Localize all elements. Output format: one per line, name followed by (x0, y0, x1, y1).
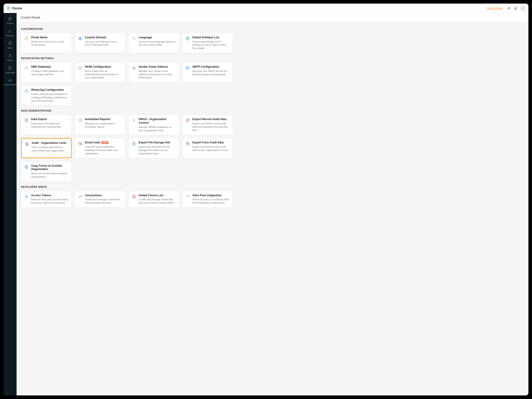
approvals-icon (8, 66, 12, 70)
card-body: HIPAA - Organization ControlManage HIPAA… (139, 118, 176, 132)
svg-rect-10 (79, 67, 82, 69)
sidebar-item-label: Forms (7, 22, 13, 24)
card-title-row: Export Form Audit Data (192, 141, 230, 144)
app-title: Forms (12, 6, 22, 10)
card-body: Global Choice ListCreate and manage choi… (139, 194, 176, 205)
card-body: Email AuditNEWTrack the email notificati… (85, 141, 122, 155)
card-export-form-audit[interactable]: Export Form Audit DataExport and downloa… (182, 138, 233, 158)
reports-icon (8, 29, 12, 33)
card-desc: Send and receive forms between organizat… (31, 172, 69, 179)
card-title-row: Access Tokens (31, 194, 69, 197)
card-scheduled-reports[interactable]: Scheduled ReportsManage your organizatio… (75, 115, 125, 135)
card-body: Audit - Organization LevelTrack activiti… (32, 141, 68, 154)
card-title: Connections (85, 194, 102, 197)
card-global-holidays[interactable]: 31Global Holidays ListCreate and manage … (182, 33, 233, 53)
card-desc: Export your forms' record audit data and… (192, 122, 230, 132)
sidebar-item-label: Approvals (5, 71, 15, 74)
card-language[interactable]: LanguageSet the Forms language based on … (128, 33, 179, 53)
card-title-row: Email AuditNEW (85, 141, 122, 144)
card-access-tokens[interactable]: Access TokensRemove third-party access t… (21, 191, 72, 207)
card-data-export[interactable]: Data ExportExport your form data and dow… (21, 115, 72, 135)
forms-logo-icon (6, 6, 11, 11)
card-body: Portal NameModify the name of your Zoho … (31, 36, 69, 50)
card-grid: Portal NameModify the name of your Zoho … (21, 33, 285, 53)
card-custom-domain[interactable]: Custom DomainUse your own domain in your… (75, 33, 125, 53)
card-hipaa[interactable]: HIPAA - Organization ControlManage HIPAA… (128, 115, 179, 135)
app-window: Forms Subscription Forms Reports Tasks (4, 4, 285, 213)
card-body: SMTP ConfigurationAdd your own SMTP serv… (192, 65, 230, 79)
export-record-audit-icon (185, 118, 190, 123)
svg-text:31: 31 (187, 38, 188, 40)
card-title-row: Custom Domain (85, 36, 122, 39)
sidebar-item-forms[interactable]: Forms (4, 14, 17, 27)
card-desc: Modify the name of your Zoho Forms porta… (31, 40, 69, 47)
card-title: Global Holidays List (192, 36, 219, 39)
card-body: Global Holidays ListCreate and manage li… (192, 36, 230, 50)
whatsapp-icon (24, 89, 29, 93)
card-title-row: Language (139, 36, 176, 39)
section-title: NOTIFICATION SETTINGS (21, 57, 285, 60)
connections-icon (78, 194, 83, 199)
card-dkim[interactable]: DKIM ConfigurationSend emails from an au… (75, 62, 125, 82)
card-title: SMTP Configuration (192, 65, 219, 69)
main: Control Panel CUSTOMIZATIONPortal NameMo… (17, 13, 285, 213)
svg-point-26 (25, 195, 27, 196)
card-export-file-storage[interactable]: Export File Storage InfoExport and downl… (128, 138, 179, 158)
card-copy-forms[interactable]: Copy Forms to Another OrganizationSend a… (21, 161, 72, 181)
card-audit-org[interactable]: Audit - Organization LevelTrack activiti… (21, 138, 72, 158)
card-body: Access TokensRemove third-party access t… (31, 194, 69, 205)
global-choice-list-icon (131, 194, 136, 199)
sidebar-item-users[interactable]: Users (4, 51, 17, 64)
card-desc: Create channels and templates to configu… (31, 92, 69, 103)
card-title-row: Audit - Organization Level (32, 141, 68, 145)
sms-gateways-icon (24, 65, 29, 70)
card-title: Scheduled Reports (85, 118, 110, 121)
card-desc: Remove third-party access tokens from yo… (31, 198, 69, 205)
sidebar-item-tasks[interactable]: Tasks (4, 39, 17, 51)
card-title-row: Zoho Flow Integration (192, 194, 230, 197)
card-desc: Track activities performed by Users with… (32, 146, 68, 152)
card-title-row: Export Record Audit Data (192, 118, 230, 121)
card-title-row: Copy Forms to Another Organization (31, 164, 69, 171)
card-body: Export Form Audit DataExport and downloa… (192, 141, 230, 155)
hipaa-icon (131, 118, 136, 123)
export-form-audit-icon (185, 141, 190, 146)
svg-rect-20 (79, 143, 82, 145)
card-title-row: SMTP Configuration (192, 65, 230, 69)
card-title: DKIM Configuration (85, 65, 111, 69)
card-body: Export File Storage InfoExport and downl… (139, 141, 176, 155)
card-zoho-flow[interactable]: Zoho Flow IntegrationAllow org users to … (182, 191, 233, 207)
logo: Forms (6, 6, 22, 11)
section-title: CUSTOMIZATION (21, 28, 285, 30)
svg-rect-25 (25, 165, 27, 168)
card-title: Email Audit (85, 141, 100, 144)
card-whatsapp[interactable]: WhatsApp ConfigurationCreate channels an… (21, 85, 72, 105)
card-title: Data Export (31, 118, 47, 121)
card-title: Portal Name (31, 36, 47, 39)
sidebar-item-approvals[interactable]: Approvals (4, 64, 17, 76)
control-panel-icon (8, 78, 12, 83)
sidebar-item-control-panel[interactable]: Control Panel (4, 76, 17, 88)
card-connections[interactable]: ConnectionsCreate and manage connections… (75, 191, 125, 207)
card-desc: Create and manage connections with third… (85, 198, 122, 205)
card-sms-gateways[interactable]: SMS GatewaysConfigure SMS gateways and v… (21, 62, 72, 82)
card-body: Zoho Flow IntegrationAllow org users to … (192, 194, 230, 205)
card-email-audit[interactable]: Email AuditNEWTrack the email notificati… (75, 138, 125, 158)
card-desc: Export and download the file storage inf… (139, 145, 176, 155)
card-body: Custom DomainUse your own domain in your… (85, 36, 122, 50)
card-title-row: Connections (85, 194, 122, 197)
card-portal-name[interactable]: Portal NameModify the name of your Zoho … (21, 33, 72, 53)
card-body: LanguageSet the Forms language based on … (139, 36, 176, 50)
card-sender-email[interactable]: Sender Email AddressManage your sender e… (128, 62, 179, 82)
sidebar-item-label: Users (7, 59, 13, 61)
smtp-icon (185, 65, 190, 70)
card-grid: Access TokensRemove third-party access t… (21, 191, 285, 207)
card-smtp[interactable]: SMTP ConfigurationAdd your own SMTP serv… (182, 62, 233, 82)
card-export-record-audit[interactable]: Export Record Audit DataExport your form… (182, 115, 233, 135)
card-desc: Track the email notification deliveries … (85, 145, 122, 155)
topbar: Forms Subscription (4, 4, 285, 13)
card-global-choice-list[interactable]: Global Choice ListCreate and manage choi… (128, 191, 179, 207)
sidebar-item-reports[interactable]: Reports (4, 27, 17, 39)
portal-name-icon (24, 36, 29, 41)
card-title: SMS Gateways (31, 65, 51, 69)
